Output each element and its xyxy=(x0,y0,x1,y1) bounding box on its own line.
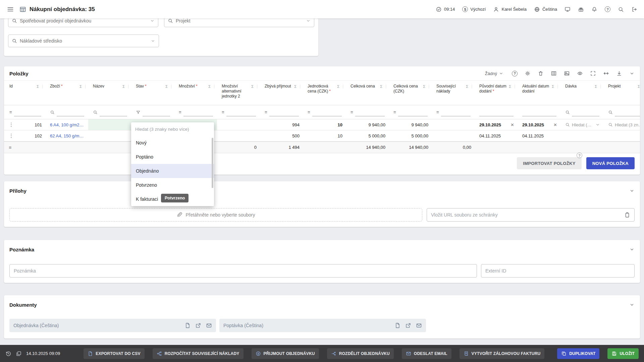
column-header-aktualni-datum[interactable]: Aktuální datum dodáníΣ⋮ xyxy=(518,81,560,105)
column-drag-handle[interactable]: ⋮ xyxy=(212,84,216,89)
filter-mnozstvi-alt[interactable]: = xyxy=(217,105,260,119)
column-header-davka[interactable]: DávkaΣ⋮ xyxy=(560,81,603,105)
filter-stav[interactable] xyxy=(131,105,174,119)
note-input[interactable] xyxy=(9,264,477,278)
new-item-button[interactable]: NOVÁ POLOŽKA xyxy=(586,157,635,169)
send-email-icon[interactable] xyxy=(416,322,422,328)
consume-sales-order-select[interactable]: Spotřebovat prodejní objednávkou xyxy=(8,18,158,27)
download-icon[interactable] xyxy=(616,70,622,76)
table-row[interactable]: ⋮101 6 A4, 100 g/m2,… 994 10 9 940,00 9 … xyxy=(4,119,640,130)
column-header-stav[interactable]: Stav*Σ⋮ xyxy=(131,81,174,105)
pricing-selector[interactable]: $ Výchozí xyxy=(462,6,486,12)
column-header-projekt[interactable]: ProjektΣ⋮ xyxy=(603,81,640,105)
sum-icon[interactable]: Σ xyxy=(423,84,425,88)
column-drag-handle[interactable]: ⋮ xyxy=(427,84,431,89)
column-drag-handle[interactable]: ⋮ xyxy=(599,84,603,89)
summary-menu-icon[interactable]: ≡ xyxy=(9,145,11,150)
split-order-button[interactable]: ROZDĚLIT OBJEDNÁVKU xyxy=(327,348,394,359)
document-item[interactable]: Objednávka (Čeština) xyxy=(9,319,216,332)
activity-log-icon[interactable] xyxy=(16,351,22,357)
column-header-souvisejici[interactable]: Související nákladyΣ⋮ xyxy=(432,81,475,105)
filter-id[interactable]: = xyxy=(4,105,45,119)
collapse-icon[interactable] xyxy=(629,71,635,76)
open-external-icon[interactable] xyxy=(195,322,201,328)
filter-aktualni-datum[interactable] xyxy=(518,105,560,119)
column-header-mnozstvi[interactable]: Množství*Σ⋮ xyxy=(174,81,217,105)
filter-nazev[interactable] xyxy=(88,105,131,119)
external-id-input[interactable] xyxy=(481,264,635,278)
column-header-nazev[interactable]: NázevΣ⋮ xyxy=(88,81,131,105)
save-button[interactable]: ULOŽIT xyxy=(607,348,639,359)
column-header-puvodni-datum[interactable]: Původní datum dodání*Σ⋮ xyxy=(475,81,518,105)
scrollbar-thumb[interactable] xyxy=(212,138,213,188)
filter-zbyva[interactable]: = xyxy=(260,105,303,119)
filter-zbozi-input[interactable] xyxy=(57,108,84,116)
column-header-mnozstvi-alt[interactable]: Množství alternativní jednotky 2Σ⋮ xyxy=(217,81,260,105)
history-icon[interactable] xyxy=(5,351,11,357)
filter-puvodni-datum-input[interactable] xyxy=(479,108,514,116)
product-link[interactable]: 62 A4, 150 g/m… xyxy=(50,133,84,138)
status-option-poptano[interactable]: Poptáno xyxy=(131,150,214,164)
sum-icon[interactable]: Σ xyxy=(79,84,82,88)
cell-current-date[interactable]: 29.10.2025✕ xyxy=(518,119,560,130)
column-drag-handle[interactable]: ⋮ xyxy=(384,84,388,89)
filter-mnozstvi[interactable]: = xyxy=(174,105,217,119)
sum-icon[interactable]: Σ xyxy=(294,84,297,88)
sum-icon[interactable]: Σ xyxy=(208,84,211,88)
column-drag-handle[interactable]: ⋮ xyxy=(169,84,173,89)
filter-souvisejici[interactable]: = xyxy=(432,105,475,119)
filter-davka[interactable] xyxy=(560,105,603,119)
sum-icon[interactable]: Σ xyxy=(509,84,511,88)
cost-center-select[interactable]: Nákladové středisko xyxy=(8,35,159,47)
sum-icon[interactable]: Σ xyxy=(380,84,382,88)
language-selector[interactable]: Čeština xyxy=(534,6,557,12)
send-email-button[interactable]: ODESLAT EMAIL xyxy=(402,348,451,359)
send-email-icon[interactable] xyxy=(206,322,212,328)
column-drag-handle[interactable]: ⋮ xyxy=(556,84,560,89)
cell-batch-select[interactable] xyxy=(560,130,603,141)
pdf-file-icon[interactable] xyxy=(184,322,191,328)
sum-icon[interactable]: Σ xyxy=(251,84,254,88)
column-header-celkova[interactable]: Celková cenaΣ⋮ xyxy=(346,81,389,105)
filter-projekt-input[interactable] xyxy=(615,108,640,116)
sum-icon[interactable]: Σ xyxy=(638,84,640,88)
display-icon[interactable] xyxy=(565,6,571,12)
sum-icon[interactable]: Σ xyxy=(595,84,597,88)
column-drag-handle[interactable]: ⋮ xyxy=(255,84,259,89)
column-drag-handle[interactable]: ⋮ xyxy=(341,84,345,89)
user-menu[interactable]: Karel Šebela xyxy=(493,6,526,12)
sum-icon[interactable]: Σ xyxy=(466,84,468,88)
filter-zbozi[interactable] xyxy=(45,105,88,119)
table-row[interactable]: ⋮102 62 A4, 150 g/m… 500 10 5 000,00 5 0… xyxy=(4,130,640,141)
help-icon[interactable]: ? xyxy=(512,71,518,76)
column-drag-handle[interactable]: ⋮ xyxy=(126,84,130,89)
cell-original-date[interactable]: 29.10.2025✕ xyxy=(475,119,518,130)
filter-zbyva-input[interactable] xyxy=(269,108,299,116)
collapse-section-icon[interactable] xyxy=(629,302,635,307)
filter-aktualni-datum-input[interactable] xyxy=(522,108,556,116)
settings-icon[interactable] xyxy=(525,70,531,76)
project-select[interactable]: Projekt xyxy=(164,18,314,27)
file-dropzone[interactable]: Přetáhněte nebo vyberte soubory xyxy=(9,208,422,222)
sum-icon[interactable]: Σ xyxy=(122,84,125,88)
filter-jednotkova[interactable]: = xyxy=(303,105,346,119)
cell-current-date[interactable]: 04.11.2025 xyxy=(518,130,560,141)
filter-mnozstvi-alt-input[interactable] xyxy=(226,108,256,116)
cell-project-select[interactable]: Hledat (3 znaky nebo více) xyxy=(603,119,640,130)
cell-name[interactable] xyxy=(88,130,131,141)
search-icon[interactable] xyxy=(618,6,624,12)
fullscreen-icon[interactable] xyxy=(590,70,596,76)
column-drag-handle[interactable]: ⋮ xyxy=(84,84,88,89)
menu-icon[interactable] xyxy=(7,6,14,13)
cell-original-date[interactable]: 04.11.2025 xyxy=(475,130,518,141)
row-menu-icon[interactable]: ⋮ xyxy=(9,133,14,139)
column-header-celkova-czk[interactable]: Celková cena (CZK)Σ⋮ xyxy=(389,81,432,105)
cell-batch-select[interactable]: Hledat (3 znaky nebo více) xyxy=(560,119,603,130)
filter-davka-input[interactable] xyxy=(572,108,599,116)
receive-order-button[interactable]: PŘIJMOUT OBJEDNÁVKU xyxy=(252,348,319,359)
status-option-novy[interactable]: Nový xyxy=(131,136,214,150)
status-search-input[interactable] xyxy=(135,127,210,132)
row-menu-icon[interactable]: ⋮ xyxy=(9,122,14,128)
column-drag-handle[interactable]: ⋮ xyxy=(513,84,517,89)
swap-columns-icon[interactable] xyxy=(603,70,609,76)
